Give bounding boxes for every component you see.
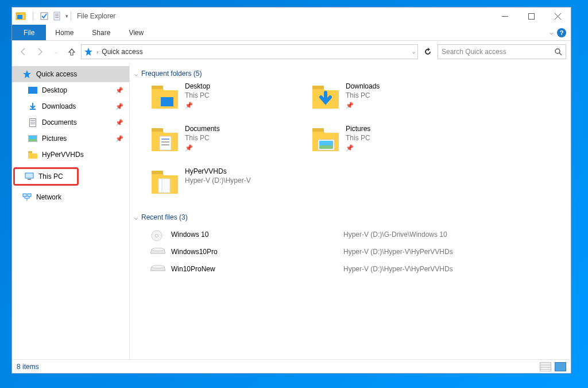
svg-rect-28 xyxy=(312,86,324,89)
pin-icon: 📌 xyxy=(115,103,123,110)
file-name: Windows 10 xyxy=(171,231,343,239)
refresh-button[interactable] xyxy=(420,44,435,59)
svg-rect-27 xyxy=(161,97,173,106)
folder-location: This PC xyxy=(185,134,220,142)
svg-rect-5 xyxy=(55,14,59,14)
sidebar-item-desktop[interactable]: Desktop 📌 xyxy=(12,82,129,98)
svg-rect-22 xyxy=(25,173,33,178)
svg-rect-1 xyxy=(16,13,20,14)
tab-file[interactable]: File xyxy=(12,25,46,40)
svg-rect-21 xyxy=(28,151,32,153)
breadcrumb[interactable]: Quick access xyxy=(102,48,142,56)
svg-rect-36 xyxy=(319,141,333,145)
folder-name: Downloads xyxy=(346,82,380,90)
star-icon xyxy=(22,70,32,79)
folder-tile-hypervvhds[interactable]: HyPerVVHDs Hyper-V (D:)\Hyper-V xyxy=(150,167,305,202)
folder-pictures-icon xyxy=(311,126,340,152)
maximize-button[interactable] xyxy=(518,7,544,25)
up-button[interactable] xyxy=(65,45,79,59)
sidebar-item-downloads[interactable]: Downloads 📌 xyxy=(12,98,129,114)
folder-tile-pictures[interactable]: Pictures This PC 📌 xyxy=(311,125,466,159)
file-name: Windows10Pro xyxy=(171,248,343,256)
svg-rect-6 xyxy=(55,16,59,16)
pin-icon: 📌 xyxy=(346,102,380,109)
view-large-icons-button[interactable] xyxy=(555,362,566,371)
address-bar[interactable]: › Quick access ⌵ xyxy=(81,44,418,59)
svg-marker-10 xyxy=(84,48,92,56)
search-icon[interactable] xyxy=(554,48,562,56)
svg-rect-8 xyxy=(502,16,508,17)
recent-locations-button[interactable]: ⌵ xyxy=(49,45,63,59)
file-row[interactable]: Windows10Pro Hyper-V (D:)\Hyper-V\HyPerV… xyxy=(150,243,567,260)
sidebar-item-hypervvhds[interactable]: HyPerVVHDs xyxy=(12,147,129,163)
tab-home[interactable]: Home xyxy=(46,25,83,40)
tab-view[interactable]: View xyxy=(119,25,153,40)
folder-name: Documents xyxy=(185,125,220,133)
svg-marker-12 xyxy=(23,70,31,78)
qat-checkbox-icon[interactable] xyxy=(40,12,48,20)
recent-files-list: Windows 10 Hyper-V (D:)\G-Drive\Windows … xyxy=(150,226,567,278)
svg-rect-32 xyxy=(161,141,169,143)
svg-rect-29 xyxy=(152,128,163,132)
file-path: Hyper-V (D:)\Hyper-V\HyPerVVHDs xyxy=(343,265,567,273)
sidebar-item-this-pc[interactable]: This PC xyxy=(14,168,78,185)
this-pc-icon xyxy=(25,172,34,181)
folder-tile-documents[interactable]: Documents This PC 📌 xyxy=(150,125,305,159)
folder-icon xyxy=(150,168,179,195)
address-dropdown-icon[interactable]: ⌵ xyxy=(412,49,415,55)
network-icon xyxy=(22,193,32,202)
folder-location: This PC xyxy=(346,134,370,142)
folder-location: Hyper-V (D:)\Hyper-V xyxy=(185,176,251,185)
pin-icon: 📌 xyxy=(346,144,370,152)
tab-share[interactable]: Share xyxy=(83,25,119,40)
section-frequent-folders[interactable]: ⌵ Frequent folders (5) xyxy=(134,70,567,78)
section-recent-files[interactable]: ⌵ Recent files (3) xyxy=(134,213,567,221)
svg-point-43 xyxy=(152,248,164,251)
folder-tile-desktop[interactable]: Desktop This PC 📌 xyxy=(150,82,305,117)
qat-properties-icon[interactable] xyxy=(53,11,61,21)
drive-icon xyxy=(150,264,164,274)
close-button[interactable] xyxy=(544,7,571,25)
svg-rect-9 xyxy=(528,13,534,19)
search-box[interactable] xyxy=(438,44,566,59)
forward-button[interactable] xyxy=(33,45,47,59)
ribbon-collapse-icon[interactable]: ⌵ xyxy=(550,29,554,36)
file-row[interactable]: Windows 10 Hyper-V (D:)\G-Drive\Windows … xyxy=(150,226,567,243)
breadcrumb-separator-icon: › xyxy=(96,49,98,55)
svg-rect-16 xyxy=(30,122,35,122)
folder-tile-downloads[interactable]: Downloads This PC 📌 xyxy=(311,82,466,117)
svg-point-42 xyxy=(156,235,158,237)
search-input[interactable] xyxy=(442,48,554,56)
qat-dropdown-icon[interactable]: ▾ xyxy=(65,13,68,19)
sidebar-item-label: Downloads xyxy=(42,102,76,110)
svg-point-44 xyxy=(152,266,164,268)
desktop-icon xyxy=(28,86,37,95)
svg-point-11 xyxy=(555,49,560,53)
file-path: Hyper-V (D:)\G-Drive\Windows 10 xyxy=(343,231,567,239)
svg-rect-31 xyxy=(161,139,169,140)
view-details-button[interactable] xyxy=(540,362,551,371)
titlebar: ▾ File Explorer xyxy=(12,7,571,25)
sidebar-item-pictures[interactable]: Pictures 📌 xyxy=(12,130,129,147)
ribbon-tabs: File Home Share View ⌵ ? xyxy=(12,25,571,41)
sidebar-item-network[interactable]: Network xyxy=(12,189,129,205)
minimize-button[interactable] xyxy=(492,7,518,25)
pictures-icon xyxy=(28,134,37,143)
body: Quick access Desktop 📌 Downloads 📌 Docum… xyxy=(12,63,571,359)
section-label: Frequent folders (5) xyxy=(141,70,202,78)
pin-icon: 📌 xyxy=(115,87,123,94)
back-button[interactable] xyxy=(17,45,30,59)
svg-rect-26 xyxy=(152,86,163,89)
quick-access-toolbar: ▾ xyxy=(16,11,68,21)
navigation-pane: Quick access Desktop 📌 Downloads 📌 Docum… xyxy=(12,63,130,359)
svg-rect-34 xyxy=(312,128,324,132)
folder-name: Pictures xyxy=(346,125,370,133)
help-icon[interactable]: ? xyxy=(557,28,566,37)
file-path: Hyper-V (D:)\Hyper-V\HyPerVVHDs xyxy=(343,248,567,256)
sidebar-item-quick-access[interactable]: Quick access xyxy=(12,66,129,82)
status-item-count: 8 items xyxy=(17,363,39,371)
file-row[interactable]: Win10ProNew Hyper-V (D:)\Hyper-V\HyPerVV… xyxy=(150,260,567,278)
sidebar-item-documents[interactable]: Documents 📌 xyxy=(12,114,129,130)
folder-icon xyxy=(28,150,37,159)
window-title: File Explorer xyxy=(77,12,115,20)
